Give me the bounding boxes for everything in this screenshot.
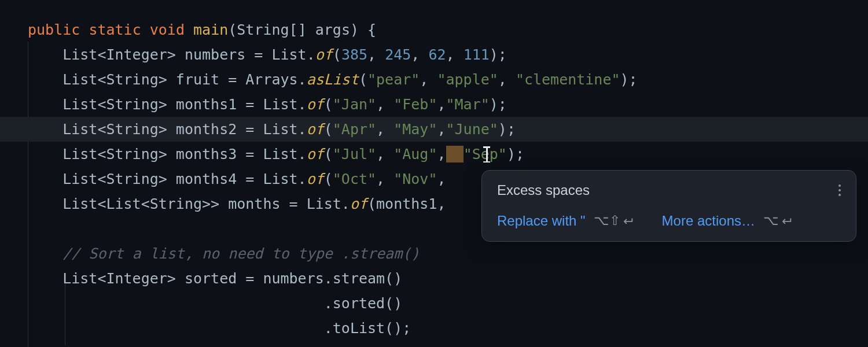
code-line[interactable]: public static void main(String[] args) { — [0, 17, 868, 42]
method-name: main — [193, 21, 228, 38]
code-line[interactable]: // Sort a list, no need to type .stream(… — [0, 241, 868, 266]
code-line-highlighted[interactable]: List<String> months2 = List.of("Apr", "M… — [0, 117, 868, 142]
more-actions-action[interactable]: More actions… ⌥ — [662, 212, 793, 230]
enter-icon — [780, 215, 793, 227]
code-line[interactable]: List<String> months3 = List.of("Jul", "A… — [0, 142, 868, 167]
action-label: More actions… — [662, 212, 755, 230]
replace-quickfix-action[interactable]: Replace with " ⌥⇧ — [497, 212, 634, 230]
code-line[interactable]: List<String> months1 = List.of("Jan", "F… — [0, 92, 868, 117]
keyword: public — [28, 21, 80, 38]
selected-excess-spaces[interactable] — [446, 146, 464, 163]
keyword: static — [89, 21, 141, 38]
keyboard-shortcut: ⌥ — [763, 212, 793, 230]
keyboard-shortcut: ⌥⇧ — [594, 212, 634, 230]
enter-icon — [621, 215, 634, 227]
code-line[interactable]: List<Integer> numbers = List.of(385, 245… — [0, 42, 868, 67]
code-line[interactable]: List<Integer> sorted = numbers.stream() — [0, 266, 868, 291]
inspection-popup[interactable]: Excess spaces Replace with " ⌥⇧ More act… — [481, 170, 856, 242]
comment: // Sort a list, no need to type .stream(… — [28, 245, 420, 262]
action-label: Replace with " — [497, 212, 586, 230]
code-line[interactable]: .toList(); — [0, 316, 868, 341]
code-line[interactable]: List<String> fruit = Arrays.asList("pear… — [0, 67, 868, 92]
keyword: void — [150, 21, 185, 38]
signature: (String[] args) { — [228, 21, 376, 38]
inspection-title: Excess spaces — [497, 181, 590, 199]
code-line[interactable]: .sorted() — [0, 291, 868, 316]
kebab-icon[interactable] — [836, 182, 843, 198]
